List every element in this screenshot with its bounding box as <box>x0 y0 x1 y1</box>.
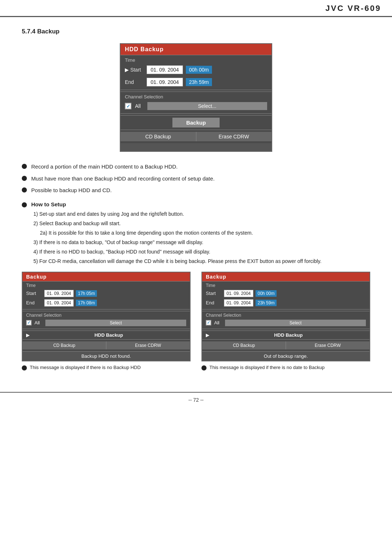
right-start-label: Start <box>206 291 222 296</box>
start-label: Start <box>125 67 144 73</box>
two-panels: Backup Time Start 01. 09. 2004 17h 05m E… <box>22 272 370 371</box>
left-start-time: 17h 05m <box>76 290 97 297</box>
left-caption: This message is displayed if there is no… <box>22 364 191 371</box>
right-time-label: Time <box>202 281 369 289</box>
left-start-row: Start 01. 09. 2004 17h 05m <box>23 289 190 298</box>
start-time: 00h 00m <box>186 66 212 74</box>
left-hdd-backup-label: HDD Backup <box>31 332 186 338</box>
left-message: Backup HDD not found. <box>23 351 190 361</box>
main-panel-title: HDD Backup <box>121 44 271 55</box>
right-channel-label: Channel Selection <box>202 311 369 319</box>
right-end-date[interactable]: 01. 09. 2004 <box>224 299 253 307</box>
start-row: Start 01. 09. 2004 00h 00m <box>121 64 271 76</box>
left-panel-title: Backup <box>23 272 190 281</box>
left-all-label: All <box>34 320 40 325</box>
top-bar: JVC VR-609 <box>0 0 392 17</box>
bullet-icon-2 <box>22 176 27 181</box>
select-button[interactable]: Select... <box>147 102 267 110</box>
channel-section-label: Channel Selection <box>121 92 271 100</box>
right-channel-row: ✓ All Select <box>202 319 369 327</box>
empty-row <box>121 143 271 151</box>
right-end-time: 23h 59m <box>256 300 277 306</box>
left-caption-icon <box>22 365 27 370</box>
step-4: 4) If there is no HDD to backup, "Backup… <box>32 248 370 256</box>
step-2a: 2a) It is possible for this to take a lo… <box>32 229 370 237</box>
right-all-checkbox[interactable]: ✓ <box>206 320 211 325</box>
right-panel-title: Backup <box>202 272 369 281</box>
main-content: 5.7.4 Backup HDD Backup Time Start 01. 0… <box>0 17 392 388</box>
step-3: 3) If there is no data to backup, "Out o… <box>32 239 370 246</box>
left-select-button[interactable]: Select <box>45 320 186 326</box>
end-time: 23h 59m <box>186 78 212 86</box>
right-arrow-icon: ▶ <box>206 332 209 338</box>
right-bottom-row: CD Backup Erase CDRW <box>202 340 369 351</box>
page-title: JVC VR-609 <box>325 4 381 13</box>
setup-steps: 1) Set-up start and end dates by using J… <box>32 210 370 265</box>
left-channel-label: Channel Selection <box>23 311 190 319</box>
left-erase-button[interactable]: Erase CDRW <box>106 341 190 349</box>
bullet-item-2: Must have more than one Backup HDD and r… <box>22 175 370 183</box>
all-label: All <box>135 103 141 109</box>
bottom-row: CD Backup Erase CDRW <box>121 130 271 143</box>
right-panel-col: Backup Time Start 01. 09. 2004 00h 00m E… <box>201 272 370 371</box>
left-end-date[interactable]: 01. 09. 2004 <box>44 299 74 307</box>
left-channel-row: ✓ All Select <box>23 319 190 327</box>
right-end-row: End 01. 09. 2004 23h 59m <box>202 298 369 308</box>
right-start-time: 00h 00m <box>256 290 277 297</box>
left-bottom-row: CD Backup Erase CDRW <box>23 340 190 351</box>
how-to-bullet-icon <box>22 202 27 207</box>
bullet-item-1: Record a portion of the main HDD content… <box>22 163 370 171</box>
how-to-heading: How to Setup <box>22 201 370 207</box>
left-all-checkbox[interactable]: ✓ <box>26 320 32 325</box>
bullet-list: Record a portion of the main HDD content… <box>22 163 370 195</box>
channel-row: ✓ All Select... <box>121 100 271 112</box>
end-row: End 01. 09. 2004 23h 59m <box>121 76 271 88</box>
section-heading: 5.7.4 Backup <box>22 28 370 35</box>
time-section-label: Time <box>121 55 271 64</box>
main-hdd-panel: HDD Backup Time Start 01. 09. 2004 00h 0… <box>120 43 272 152</box>
right-erase-button[interactable]: Erase CDRW <box>286 341 369 349</box>
left-arrow-icon: ▶ <box>26 332 30 338</box>
right-caption-icon <box>201 365 207 370</box>
right-caption: This message is displayed if there is no… <box>201 364 370 371</box>
step-5: 5) For CD-R media, cancellation will dam… <box>32 258 370 265</box>
right-panel: Backup Time Start 01. 09. 2004 00h 00m E… <box>201 272 370 361</box>
left-end-label: End <box>26 300 42 305</box>
right-all-label: All <box>214 320 219 325</box>
right-cd-backup-button[interactable]: CD Backup <box>202 341 286 349</box>
right-start-date[interactable]: 01. 09. 2004 <box>224 290 253 297</box>
page-footer: -- 72 -- <box>0 392 392 407</box>
left-hdd-backup-row: ▶ HDD Backup <box>23 331 190 340</box>
left-panel: Backup Time Start 01. 09. 2004 17h 05m E… <box>22 272 191 361</box>
all-checkbox[interactable]: ✓ <box>125 103 131 109</box>
left-time-label: Time <box>23 281 190 289</box>
backup-button[interactable]: Backup <box>172 118 220 127</box>
left-start-label: Start <box>26 291 42 296</box>
right-start-row: Start 01. 09. 2004 00h 00m <box>202 289 369 298</box>
step-2: 2) Select Backup and backup will start. <box>32 220 370 227</box>
cd-backup-button[interactable]: CD Backup <box>121 132 196 141</box>
backup-row: Backup <box>121 115 271 130</box>
end-date[interactable]: 01. 09. 2004 <box>147 78 183 86</box>
right-hdd-backup-label: HDD Backup <box>211 332 366 338</box>
right-end-label: End <box>206 300 222 305</box>
end-label: End <box>125 79 144 85</box>
page-number: -- 72 -- <box>188 397 204 403</box>
left-cd-backup-button[interactable]: CD Backup <box>23 341 106 349</box>
left-end-row: End 01. 09. 2004 17h 08m <box>23 298 190 308</box>
bullet-icon-3 <box>22 187 27 193</box>
right-select-button[interactable]: Select <box>225 320 366 326</box>
bullet-item-3: Possible to backup HDD and CD. <box>22 186 370 195</box>
left-panel-col: Backup Time Start 01. 09. 2004 17h 05m E… <box>22 272 191 371</box>
start-date[interactable]: 01. 09. 2004 <box>147 65 183 74</box>
right-hdd-backup-row: ▶ HDD Backup <box>202 331 369 340</box>
step-1: 1) Set-up start and end dates by using J… <box>32 210 370 218</box>
right-message: Out of backup range. <box>202 351 369 361</box>
bullet-icon-1 <box>22 164 27 169</box>
left-start-date[interactable]: 01. 09. 2004 <box>44 290 74 297</box>
left-end-time: 17h 08m <box>76 300 97 306</box>
erase-button[interactable]: Erase CDRW <box>196 132 272 141</box>
